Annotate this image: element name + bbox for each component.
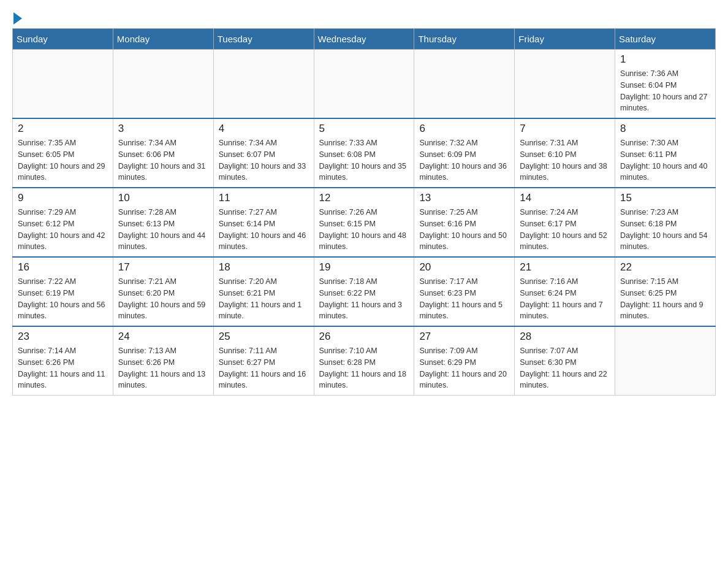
- table-row: 3Sunrise: 7:34 AMSunset: 6:06 PMDaylight…: [113, 118, 213, 188]
- day-info: Sunrise: 7:29 AMSunset: 6:12 PMDaylight:…: [18, 207, 108, 253]
- sunset-text: Sunset: 6:26 PM: [18, 357, 108, 369]
- day-number: 24: [118, 331, 208, 343]
- day-number: 5: [319, 123, 409, 135]
- day-info: Sunrise: 7:20 AMSunset: 6:21 PMDaylight:…: [219, 276, 309, 322]
- sunset-text: Sunset: 6:26 PM: [118, 357, 208, 369]
- table-row: [314, 50, 414, 119]
- sunrise-text: Sunrise: 7:33 AM: [319, 137, 409, 149]
- day-info: Sunrise: 7:28 AMSunset: 6:13 PMDaylight:…: [118, 207, 208, 253]
- calendar-week-row: 1Sunrise: 7:36 AMSunset: 6:04 PMDaylight…: [13, 50, 716, 119]
- day-number: 6: [419, 123, 509, 135]
- day-number: 21: [520, 261, 610, 274]
- table-row: [615, 326, 716, 396]
- day-info: Sunrise: 7:30 AMSunset: 6:11 PMDaylight:…: [620, 137, 710, 183]
- table-row: 21Sunrise: 7:16 AMSunset: 6:24 PMDayligh…: [515, 257, 615, 326]
- sunset-text: Sunset: 6:30 PM: [520, 357, 610, 369]
- day-number: 14: [520, 192, 610, 204]
- daylight-text: Daylight: 10 hours and 46 minutes.: [219, 230, 309, 253]
- day-number: 4: [219, 123, 309, 135]
- daylight-text: Daylight: 10 hours and 40 minutes.: [620, 161, 710, 184]
- daylight-text: Daylight: 10 hours and 54 minutes.: [620, 230, 710, 253]
- daylight-text: Daylight: 10 hours and 36 minutes.: [419, 161, 509, 184]
- daylight-text: Daylight: 11 hours and 16 minutes.: [219, 369, 309, 392]
- day-info: Sunrise: 7:09 AMSunset: 6:29 PMDaylight:…: [419, 345, 509, 391]
- sunset-text: Sunset: 6:24 PM: [520, 288, 610, 299]
- sunrise-text: Sunrise: 7:29 AM: [18, 207, 108, 218]
- sunrise-text: Sunrise: 7:23 AM: [620, 207, 710, 218]
- day-info: Sunrise: 7:22 AMSunset: 6:19 PMDaylight:…: [18, 276, 108, 322]
- daylight-text: Daylight: 10 hours and 27 minutes.: [620, 91, 710, 115]
- weekday-header-tuesday: Tuesday: [213, 29, 314, 50]
- sunrise-text: Sunrise: 7:28 AM: [118, 207, 208, 218]
- daylight-text: Daylight: 10 hours and 33 minutes.: [219, 161, 309, 184]
- table-row: [213, 50, 314, 119]
- table-row: 14Sunrise: 7:24 AMSunset: 6:17 PMDayligh…: [515, 188, 615, 257]
- day-info: Sunrise: 7:32 AMSunset: 6:09 PMDaylight:…: [419, 137, 509, 183]
- day-number: 25: [219, 331, 309, 343]
- sunset-text: Sunset: 6:28 PM: [319, 357, 409, 369]
- sunrise-text: Sunrise: 7:11 AM: [219, 345, 309, 357]
- day-number: 17: [118, 261, 208, 274]
- sunset-text: Sunset: 6:23 PM: [419, 288, 509, 299]
- daylight-text: Daylight: 10 hours and 44 minutes.: [118, 230, 208, 253]
- sunrise-text: Sunrise: 7:31 AM: [520, 137, 610, 149]
- sunset-text: Sunset: 6:27 PM: [219, 357, 309, 369]
- day-info: Sunrise: 7:07 AMSunset: 6:30 PMDaylight:…: [520, 345, 610, 391]
- table-row: 2Sunrise: 7:35 AMSunset: 6:05 PMDaylight…: [13, 118, 113, 188]
- weekday-header-sunday: Sunday: [13, 29, 113, 50]
- day-number: 3: [118, 123, 208, 135]
- table-row: 10Sunrise: 7:28 AMSunset: 6:13 PMDayligh…: [113, 188, 213, 257]
- day-info: Sunrise: 7:33 AMSunset: 6:08 PMDaylight:…: [319, 137, 409, 183]
- day-number: 2: [18, 123, 108, 135]
- table-row: 16Sunrise: 7:22 AMSunset: 6:19 PMDayligh…: [13, 257, 113, 326]
- sunrise-text: Sunrise: 7:34 AM: [118, 137, 208, 149]
- table-row: 8Sunrise: 7:30 AMSunset: 6:11 PMDaylight…: [615, 118, 716, 188]
- sunrise-text: Sunrise: 7:15 AM: [620, 276, 710, 288]
- weekday-header-wednesday: Wednesday: [314, 29, 414, 50]
- sunrise-text: Sunrise: 7:25 AM: [419, 207, 509, 218]
- sunset-text: Sunset: 6:29 PM: [419, 357, 509, 369]
- daylight-text: Daylight: 10 hours and 31 minutes.: [118, 161, 208, 184]
- day-number: 27: [419, 331, 509, 343]
- table-row: 15Sunrise: 7:23 AMSunset: 6:18 PMDayligh…: [615, 188, 716, 257]
- daylight-text: Daylight: 11 hours and 11 minutes.: [18, 369, 108, 392]
- sunset-text: Sunset: 6:07 PM: [219, 149, 309, 161]
- sunrise-text: Sunrise: 7:09 AM: [419, 345, 509, 357]
- logo-triangle-icon: [13, 12, 22, 25]
- table-row: 24Sunrise: 7:13 AMSunset: 6:26 PMDayligh…: [113, 326, 213, 396]
- table-row: 4Sunrise: 7:34 AMSunset: 6:07 PMDaylight…: [213, 118, 314, 188]
- calendar-week-row: 9Sunrise: 7:29 AMSunset: 6:12 PMDaylight…: [13, 188, 716, 257]
- daylight-text: Daylight: 11 hours and 5 minutes.: [419, 299, 509, 323]
- table-row: 27Sunrise: 7:09 AMSunset: 6:29 PMDayligh…: [414, 326, 515, 396]
- sunrise-text: Sunrise: 7:35 AM: [18, 137, 108, 149]
- daylight-text: Daylight: 11 hours and 9 minutes.: [620, 299, 710, 323]
- daylight-text: Daylight: 11 hours and 18 minutes.: [319, 369, 409, 392]
- sunrise-text: Sunrise: 7:30 AM: [620, 137, 710, 149]
- daylight-text: Daylight: 10 hours and 50 minutes.: [419, 230, 509, 253]
- sunset-text: Sunset: 6:22 PM: [319, 288, 409, 299]
- sunset-text: Sunset: 6:25 PM: [620, 288, 710, 299]
- daylight-text: Daylight: 10 hours and 35 minutes.: [319, 161, 409, 184]
- day-number: 11: [219, 192, 309, 204]
- daylight-text: Daylight: 10 hours and 59 minutes.: [118, 299, 208, 323]
- table-row: [113, 50, 213, 119]
- day-number: 1: [620, 53, 710, 66]
- weekday-header-row: SundayMondayTuesdayWednesdayThursdayFrid…: [13, 29, 716, 50]
- logo: [12, 12, 22, 22]
- sunrise-text: Sunrise: 7:32 AM: [419, 137, 509, 149]
- table-row: 5Sunrise: 7:33 AMSunset: 6:08 PMDaylight…: [314, 118, 414, 188]
- sunrise-text: Sunrise: 7:24 AM: [520, 207, 610, 218]
- table-row: 1Sunrise: 7:36 AMSunset: 6:04 PMDaylight…: [615, 50, 716, 119]
- weekday-header-thursday: Thursday: [414, 29, 515, 50]
- day-number: 26: [319, 331, 409, 343]
- table-row: 19Sunrise: 7:18 AMSunset: 6:22 PMDayligh…: [314, 257, 414, 326]
- sunrise-text: Sunrise: 7:18 AM: [319, 276, 409, 288]
- day-info: Sunrise: 7:36 AMSunset: 6:04 PMDaylight:…: [620, 68, 710, 114]
- daylight-text: Daylight: 10 hours and 38 minutes.: [520, 161, 610, 184]
- day-number: 9: [18, 192, 108, 204]
- sunset-text: Sunset: 6:12 PM: [18, 218, 108, 230]
- daylight-text: Daylight: 11 hours and 22 minutes.: [520, 369, 610, 392]
- table-row: 7Sunrise: 7:31 AMSunset: 6:10 PMDaylight…: [515, 118, 615, 188]
- daylight-text: Daylight: 11 hours and 3 minutes.: [319, 299, 409, 323]
- sunset-text: Sunset: 6:16 PM: [419, 218, 509, 230]
